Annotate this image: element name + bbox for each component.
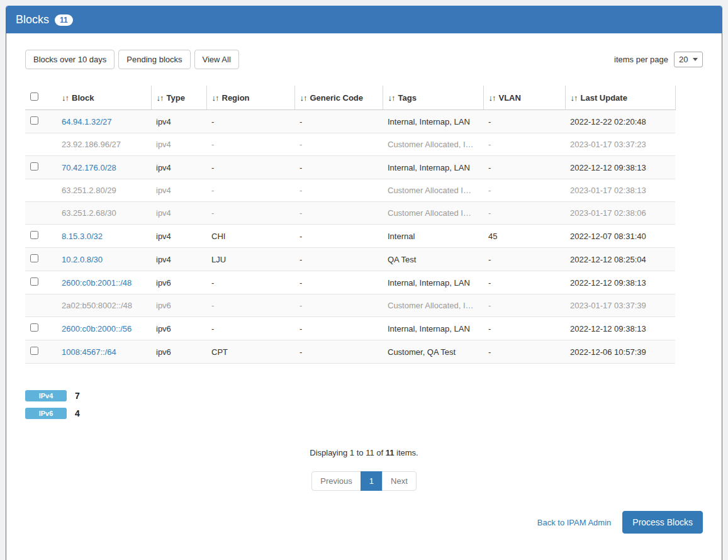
sort-icon: ↓↑ — [388, 93, 395, 103]
cell-vlan: - — [483, 156, 565, 179]
cell-tags: Customer Allocated I… — [383, 179, 483, 202]
cell-region: CHI — [206, 225, 294, 248]
cell-vlan: - — [483, 271, 565, 294]
block-link[interactable]: 2600:c0b:2000::/56 — [62, 324, 132, 333]
cell-region: - — [206, 271, 294, 294]
column-label-tags: Tags — [398, 93, 417, 103]
row-checkbox-cell — [25, 110, 57, 133]
cell-generic-code: - — [294, 179, 383, 202]
cell-block: 63.251.2.68/30 — [57, 202, 151, 225]
summary: IPv4 7 IPv6 4 — [25, 390, 703, 419]
filter-view-all-button[interactable]: View All — [194, 50, 239, 69]
column-header-generic-code[interactable]: ↓↑Generic Code — [294, 86, 383, 110]
cell-last-update: 2022-12-07 08:31:40 — [565, 225, 675, 248]
block-link[interactable]: 10.2.0.8/30 — [62, 255, 103, 264]
cell-vlan: - — [483, 202, 565, 225]
table-row: 2600:c0b:2001::/48ipv6--Internal, Intern… — [25, 271, 675, 294]
cell-region: - — [206, 317, 294, 340]
page-title: Blocks — [16, 13, 49, 26]
row-checkbox[interactable] — [30, 162, 38, 171]
row-checkbox[interactable] — [30, 116, 38, 125]
column-label-last-update: Last Update — [581, 93, 627, 103]
row-checkbox-cell — [25, 294, 57, 317]
column-header-vlan[interactable]: ↓↑VLAN — [483, 86, 565, 110]
row-checkbox[interactable] — [30, 277, 38, 286]
table-row: 2a02:b50:8002::/48ipv6--Customer Allocat… — [25, 294, 675, 317]
cell-vlan: - — [483, 340, 565, 364]
cell-tags: Internal, Internap, LAN — [383, 110, 483, 133]
cell-block: 63.251.2.80/29 — [57, 179, 151, 202]
cell-tags: Customer, QA Test — [383, 340, 483, 364]
block-link[interactable]: 8.15.3.0/32 — [62, 232, 103, 241]
filter-group: Blocks over 10 days Pending blocks View … — [25, 50, 243, 69]
cell-last-update: 2023-01-17 03:37:39 — [565, 294, 675, 317]
items-per-page-label: items per page — [614, 55, 668, 64]
cell-generic-code: - — [294, 248, 383, 271]
cell-vlan: - — [483, 179, 565, 202]
row-checkbox-cell — [25, 225, 57, 248]
column-header-region[interactable]: ↓↑Region — [206, 86, 294, 110]
cell-tags: Customer Allocated, I… — [383, 294, 483, 317]
cell-type: ipv4 — [151, 179, 206, 202]
row-checkbox[interactable] — [30, 231, 38, 239]
items-per-page: items per page 20 — [614, 52, 703, 67]
filter-blocks-over-10-days-button[interactable]: Blocks over 10 days — [25, 50, 115, 69]
column-label-block: Block — [72, 93, 94, 103]
row-checkbox-cell — [25, 133, 57, 156]
table-row: 1008:4567::/64ipv6CPT-Customer, QA Test-… — [25, 340, 675, 364]
cell-type: ipv6 — [151, 317, 206, 340]
pagination: Previous 1 Next — [25, 471, 703, 491]
sort-icon: ↓↑ — [62, 93, 69, 103]
column-label-region: Region — [222, 93, 250, 103]
table-body: 64.94.1.32/27ipv4--Internal, Internap, L… — [25, 110, 675, 364]
block-link[interactable]: 2600:c0b:2001::/48 — [62, 278, 132, 288]
items-per-page-select[interactable]: 20 — [674, 52, 703, 67]
blocks-table: ↓↑Block ↓↑Type ↓↑Region ↓↑Generic Code ↓ — [25, 86, 676, 364]
filter-pending-blocks-button[interactable]: Pending blocks — [118, 50, 190, 69]
cell-region: CPT — [206, 340, 294, 364]
cell-last-update: 2023-01-17 02:38:13 — [565, 179, 675, 202]
cell-generic-code: - — [294, 202, 383, 225]
ipv4-badge: IPv4 — [25, 390, 67, 401]
cell-type: ipv4 — [151, 202, 206, 225]
cell-generic-code: - — [294, 271, 383, 294]
cell-vlan: - — [483, 133, 565, 156]
row-checkbox[interactable] — [30, 254, 38, 262]
display-total: 11 — [386, 448, 395, 457]
cell-type: ipv6 — [151, 294, 206, 317]
cell-generic-code: - — [294, 110, 383, 133]
process-blocks-button[interactable]: Process Blocks — [622, 511, 703, 534]
ipv6-badge: IPv6 — [25, 408, 67, 419]
block-link[interactable]: 1008:4567::/64 — [62, 347, 116, 357]
column-header-block[interactable]: ↓↑Block — [57, 86, 151, 110]
table-header-row: ↓↑Block ↓↑Type ↓↑Region ↓↑Generic Code ↓ — [25, 86, 675, 110]
display-prefix: Displaying 1 to 11 of — [310, 448, 385, 457]
toolbar: Blocks over 10 days Pending blocks View … — [25, 50, 703, 69]
row-checkbox[interactable] — [30, 347, 38, 355]
cell-type: ipv4 — [151, 156, 206, 179]
select-all-checkbox[interactable] — [30, 92, 38, 101]
cell-vlan: - — [483, 294, 565, 317]
display-suffix: items. — [394, 448, 418, 457]
cell-generic-code: - — [294, 156, 383, 179]
row-checkbox[interactable] — [30, 323, 38, 332]
back-to-ipam-admin-link[interactable]: Back to IPAM Admin — [537, 518, 612, 527]
row-checkbox-cell — [25, 179, 57, 202]
cell-tags: Internal — [383, 225, 483, 248]
column-header-last-update[interactable]: ↓↑Last Update — [565, 86, 675, 110]
table-row: 2600:c0b:2000::/56ipv6--Internal, Intern… — [25, 317, 675, 340]
display-info: Displaying 1 to 11 of 11 items. — [25, 448, 703, 457]
block-link[interactable]: 64.94.1.32/27 — [62, 117, 112, 126]
column-header-type[interactable]: ↓↑Type — [151, 86, 206, 110]
next-page-button[interactable]: Next — [382, 471, 417, 491]
block-link[interactable]: 70.42.176.0/28 — [62, 163, 116, 172]
cell-tags: Internal, Internap, LAN — [383, 317, 483, 340]
cell-type: ipv6 — [151, 271, 206, 294]
footer-actions: Back to IPAM Admin Process Blocks — [25, 511, 703, 534]
previous-page-button[interactable]: Previous — [311, 471, 361, 491]
cell-tags: Internal, Internap, LAN — [383, 156, 483, 179]
column-header-tags[interactable]: ↓↑Tags — [383, 86, 483, 110]
cell-generic-code: - — [294, 340, 383, 364]
page-1-button[interactable]: 1 — [361, 471, 383, 491]
cell-type: ipv4 — [151, 225, 206, 248]
